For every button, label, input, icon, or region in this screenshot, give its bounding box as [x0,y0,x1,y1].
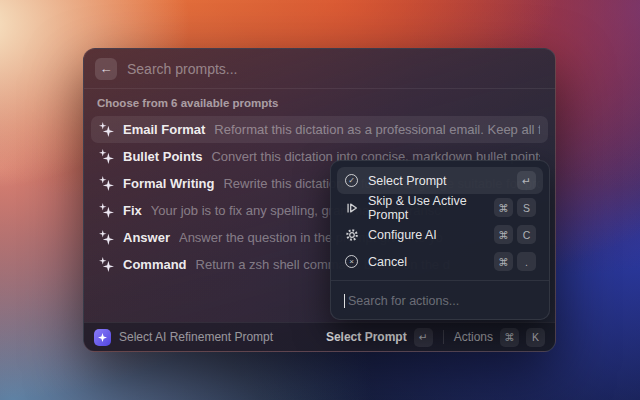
prompt-title: Email Format [123,122,205,137]
check-circle-icon: ✓ [344,174,359,187]
back-button[interactable]: ← [95,58,117,80]
app-icon [94,329,111,346]
cancel-circle-icon: × [344,255,359,268]
shortcut-keys: ⌘ . [494,252,536,271]
c-key-badge: C [517,225,536,244]
action-label: Configure AI [368,228,437,242]
action-label: Select Prompt [368,174,447,188]
prompt-list-item-email-format[interactable]: Email Format Reformat this dictation as … [91,116,548,143]
menu-divider [331,280,549,281]
sparkles-icon [99,149,114,164]
select-prompt-action[interactable]: Select Prompt [326,330,407,344]
action-label: Skip & Use Active Prompt [368,194,485,222]
status-bar-actions: Select Prompt ↵ Actions ⌘ K [326,328,545,347]
section-header: Choose from 6 available prompts [97,97,542,109]
actions-menu: ✓ Select Prompt ↵ Skip & Use Active Prom… [330,160,550,320]
sparkles-icon [99,257,114,272]
return-key-badge: ↵ [414,328,433,347]
gear-icon [344,228,359,242]
actions-search-input[interactable]: Search for actions... [337,286,543,313]
action-item-cancel[interactable]: × Cancel ⌘ . [337,248,543,275]
prompt-title: Bullet Points [123,149,202,164]
sparkles-icon [99,176,114,191]
sparkles-icon [99,230,114,245]
cmd-key-badge: ⌘ [494,252,513,271]
prompt-title: Fix [123,203,142,218]
cmd-key-badge: ⌘ [494,225,513,244]
action-item-select-prompt[interactable]: ✓ Select Prompt ↵ [337,167,543,194]
action-item-configure-ai[interactable]: Configure AI ⌘ C [337,221,543,248]
s-key-badge: S [517,198,536,217]
action-item-skip-use-active-prompt[interactable]: Skip & Use Active Prompt ⌘ S [337,194,543,221]
prompt-title: Command [123,257,187,272]
skip-forward-icon [344,201,359,215]
search-input[interactable] [127,61,544,77]
sparkles-icon [99,122,114,137]
cmd-key-badge: ⌘ [494,198,513,217]
text-cursor [344,294,345,308]
status-bar: Select AI Refinement Prompt Select Promp… [84,322,555,351]
back-arrow-icon: ← [100,61,113,76]
status-app-label: Select AI Refinement Prompt [119,330,273,344]
actions-menu-toggle[interactable]: Actions [454,330,493,344]
actions-search-placeholder: Search for actions... [348,294,459,308]
prompt-palette-window: ← Choose from 6 available prompts Email … [83,48,556,352]
shortcut-keys: ↵ [517,171,536,190]
status-divider [443,330,444,344]
shortcut-keys: ⌘ C [494,225,536,244]
prompt-title: Answer [123,230,170,245]
search-header: ← [84,49,555,89]
cmd-key-badge: ⌘ [500,328,519,347]
action-label: Cancel [368,255,407,269]
return-key-badge: ↵ [517,171,536,190]
prompt-description: Reformat this dictation as a professiona… [214,122,540,137]
sparkles-icon [99,203,114,218]
period-key-badge: . [517,252,536,271]
prompt-title: Formal Writing [123,176,214,191]
shortcut-keys: ⌘ S [494,198,536,217]
k-key-badge: K [526,328,545,347]
